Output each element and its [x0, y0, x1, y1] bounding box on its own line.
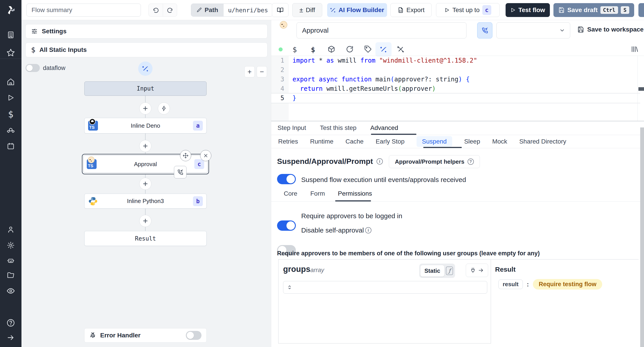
tab-early-stop[interactable]: Early Stop	[376, 138, 404, 145]
editor-scrollbar-thumb[interactable]	[638, 87, 644, 91]
move-step-button[interactable]	[180, 150, 191, 161]
favorites-star-icon[interactable]	[6, 48, 15, 57]
tab-test-this-step[interactable]: Test this step	[320, 124, 356, 132]
docs-book-button[interactable]	[272, 3, 288, 17]
tab-shared-directory[interactable]: Shared Directory	[519, 138, 566, 145]
export-button[interactable]: Export	[390, 3, 432, 17]
connect-input-button[interactable]	[466, 264, 488, 277]
add-step-button-2[interactable]	[139, 140, 152, 152]
save-to-workspace-button[interactable]: Save to workspace	[577, 26, 644, 33]
zoom-in-button[interactable]: +	[244, 66, 255, 77]
help-icon[interactable]	[6, 318, 15, 327]
reload-icon[interactable]	[346, 46, 354, 53]
all-static-inputs-row[interactable]: $ All Static Inputs	[26, 42, 268, 57]
path-value[interactable]: u/henri/bes	[224, 4, 272, 16]
tab-advanced-active[interactable]: Advanced	[370, 124, 398, 132]
users-icon[interactable]	[7, 226, 15, 234]
error-handler-row[interactable]: Error Handler	[84, 328, 206, 342]
suspend-phone-toggle-button[interactable]	[477, 22, 492, 38]
static-mode-button[interactable]: Static	[420, 265, 444, 276]
test-flow-button[interactable]: Test flow	[506, 3, 550, 17]
package-icon[interactable]	[328, 46, 335, 53]
add-step-button-3[interactable]	[139, 178, 152, 190]
resources-dollar-icon[interactable]: $	[309, 46, 317, 53]
tab-runtime[interactable]: Runtime	[310, 138, 334, 145]
workspace-icon[interactable]	[7, 31, 15, 39]
graph-ai-wand-button[interactable]	[138, 62, 152, 76]
delete-step-button[interactable]	[200, 150, 211, 161]
audit-eye-icon[interactable]	[6, 287, 15, 295]
result-value-badge[interactable]: Require testing flow	[533, 279, 602, 290]
tab-mock[interactable]: Mock	[492, 138, 507, 145]
expand-arrow-icon[interactable]	[7, 334, 15, 342]
divider	[271, 202, 644, 202]
deploy-button-partial[interactable]	[638, 3, 644, 17]
tab-sleep[interactable]: Sleep	[464, 138, 480, 145]
suspend-phone-badge[interactable]	[174, 166, 186, 178]
path-group[interactable]: Path u/henri/bes	[191, 4, 273, 16]
tab-permissions-active[interactable]: Permissions	[338, 190, 372, 197]
require-login-toggle[interactable]	[277, 220, 296, 231]
ai-assistant-active-pill[interactable]	[376, 42, 392, 56]
runs-play-icon[interactable]	[7, 94, 14, 102]
test-up-to-button[interactable]: Test up to c	[436, 3, 500, 17]
suspend-toggle[interactable]	[277, 174, 296, 184]
add-step-button-4[interactable]	[139, 215, 152, 227]
suspend-subtabs: Core Form Permissions	[284, 190, 372, 197]
library-icon[interactable]	[631, 46, 638, 53]
info-icon[interactable]: i	[376, 158, 383, 164]
groups-array-input[interactable]	[283, 281, 487, 294]
resources-cubes-icon[interactable]	[7, 126, 15, 134]
divider	[271, 148, 644, 148]
node-inline-deno[interactable]: TS Inline Deno a	[84, 118, 206, 134]
approval-prompt-helpers-button[interactable]: Approval/Prompt helpers ?	[389, 155, 480, 168]
diff-button[interactable]: ± Diff	[292, 3, 322, 17]
result-key-chip[interactable]: result	[498, 280, 523, 289]
zoom-out-button[interactable]: −	[257, 66, 267, 77]
workers-robot-icon[interactable]	[7, 256, 15, 264]
wand-off-icon[interactable]	[397, 46, 404, 53]
script-tag-icon[interactable]	[364, 46, 372, 53]
node-input[interactable]: Input	[84, 82, 206, 96]
node-result[interactable]: Result	[84, 231, 206, 246]
tab-suspend-active[interactable]: Suspend	[416, 136, 452, 147]
flow-summary-input[interactable]	[26, 4, 141, 16]
settings-gear-icon[interactable]	[7, 241, 15, 249]
dataflow-toggle[interactable]	[26, 64, 40, 72]
code-lines[interactable]: import * as wmill from "windmill-client@…	[292, 56, 637, 103]
status-dot	[278, 48, 283, 52]
require-login-label: Require approvers to be logged in	[301, 212, 402, 220]
tab-core[interactable]: Core	[284, 190, 298, 197]
panel-scrollbar[interactable]	[640, 128, 644, 347]
step-name-input[interactable]	[296, 22, 466, 38]
help-icon: ?	[468, 158, 474, 165]
variables-dollar-icon[interactable]: $	[291, 46, 298, 53]
save-draft-button[interactable]: Save draft Ctrl S	[554, 3, 634, 17]
home-icon[interactable]	[7, 78, 15, 86]
javascript-expr-button[interactable]: ƒ	[445, 266, 454, 276]
schedules-calendar-icon[interactable]	[7, 142, 15, 150]
redo-button[interactable]	[163, 4, 177, 16]
book-open-icon	[277, 7, 284, 14]
bug-icon	[90, 332, 96, 339]
info-icon[interactable]: i	[365, 227, 372, 234]
panel-resizer[interactable]	[271, 121, 644, 122]
path-button[interactable]: Path	[191, 4, 224, 16]
flow-settings-row[interactable]: Settings	[26, 24, 268, 38]
variables-dollar-icon[interactable]: $	[8, 109, 14, 120]
add-step-button-1[interactable]	[139, 102, 152, 114]
add-trigger-button[interactable]	[158, 102, 170, 114]
tag-select[interactable]	[496, 22, 570, 38]
tab-retries[interactable]: Retries	[278, 138, 298, 145]
tab-form[interactable]: Form	[310, 190, 325, 197]
windmill-logo[interactable]	[0, 0, 22, 20]
undo-button[interactable]	[149, 4, 163, 16]
tab-cache[interactable]: Cache	[346, 138, 364, 145]
groups-heading: Require approvers to be members of one o…	[277, 250, 540, 257]
node-inline-python[interactable]: Inline Python3 b	[84, 194, 206, 208]
folders-icon[interactable]	[7, 271, 15, 279]
tab-step-input[interactable]: Step Input	[278, 124, 306, 132]
error-handler-toggle[interactable]	[186, 331, 202, 340]
ai-flow-builder-button[interactable]: AI Flow Builder	[327, 3, 387, 17]
dollar-icon: $	[31, 46, 35, 54]
